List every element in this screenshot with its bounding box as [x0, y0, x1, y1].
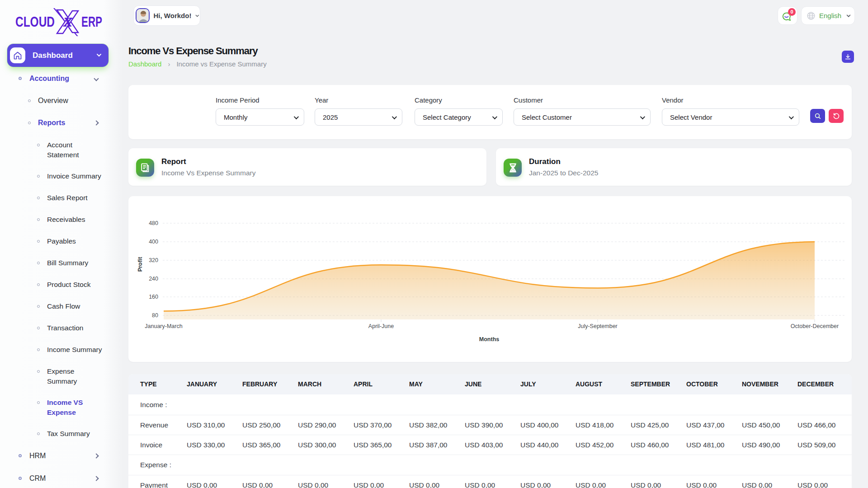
svg-text:400: 400 — [149, 239, 158, 245]
svg-text:X: X — [63, 15, 72, 29]
svg-text:CLOUD: CLOUD — [15, 14, 55, 30]
svg-text:Profit: Profit — [137, 257, 143, 272]
svg-text:480: 480 — [149, 220, 158, 226]
svg-text:January-March: January-March — [145, 323, 182, 329]
svg-text:160: 160 — [149, 294, 158, 300]
svg-text:240: 240 — [149, 276, 158, 282]
svg-text:80: 80 — [152, 312, 158, 319]
svg-text:ERP: ERP — [81, 14, 102, 30]
svg-text:320: 320 — [149, 257, 158, 263]
svg-text:July-September: July-September — [578, 323, 618, 329]
svg-text:April-June: April-June — [368, 323, 394, 329]
svg-text:October-December: October-December — [791, 323, 839, 329]
svg-text:Months: Months — [479, 336, 499, 343]
